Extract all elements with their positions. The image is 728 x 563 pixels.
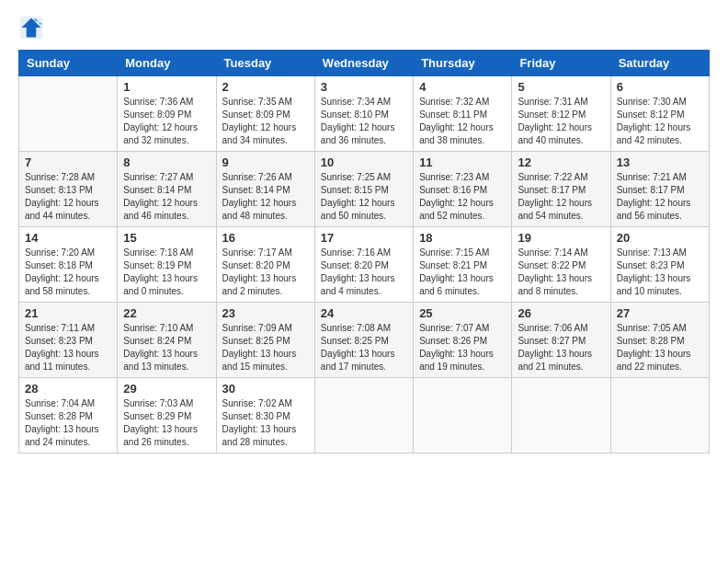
day-number: 29 — [123, 382, 210, 396]
calendar-cell: 11Sunrise: 7:23 AM Sunset: 8:16 PM Dayli… — [414, 152, 512, 227]
day-number: 1 — [123, 80, 210, 94]
day-info: Sunrise: 7:08 AM Sunset: 8:25 PM Dayligh… — [321, 322, 407, 373]
calendar-cell: 21Sunrise: 7:11 AM Sunset: 8:23 PM Dayli… — [19, 303, 118, 378]
day-info: Sunrise: 7:26 AM Sunset: 8:14 PM Dayligh… — [222, 171, 309, 223]
calendar-cell — [414, 378, 512, 454]
header — [18, 15, 710, 40]
day-info: Sunrise: 7:05 AM Sunset: 8:28 PM Dayligh… — [617, 322, 703, 373]
day-info: Sunrise: 7:28 AM Sunset: 8:13 PM Dayligh… — [25, 171, 111, 223]
day-number: 13 — [617, 155, 703, 169]
day-info: Sunrise: 7:22 AM Sunset: 8:17 PM Dayligh… — [518, 171, 604, 223]
day-info: Sunrise: 7:32 AM Sunset: 8:11 PM Dayligh… — [419, 96, 506, 147]
calendar-cell: 18Sunrise: 7:15 AM Sunset: 8:21 PM Dayli… — [414, 227, 512, 303]
day-info: Sunrise: 7:23 AM Sunset: 8:16 PM Dayligh… — [419, 171, 506, 223]
day-info: Sunrise: 7:25 AM Sunset: 8:15 PM Dayligh… — [321, 171, 407, 223]
calendar-cell: 14Sunrise: 7:20 AM Sunset: 8:18 PM Dayli… — [19, 227, 118, 303]
calendar-cell: 10Sunrise: 7:25 AM Sunset: 8:15 PM Dayli… — [314, 152, 413, 227]
day-number: 4 — [419, 80, 506, 94]
calendar-cell: 26Sunrise: 7:06 AM Sunset: 8:27 PM Dayli… — [512, 303, 610, 378]
day-info: Sunrise: 7:30 AM Sunset: 8:12 PM Dayligh… — [617, 96, 703, 147]
calendar-cell: 16Sunrise: 7:17 AM Sunset: 8:20 PM Dayli… — [216, 227, 314, 303]
calendar-cell — [610, 378, 709, 454]
day-number: 6 — [617, 80, 703, 94]
day-number: 27 — [617, 306, 703, 320]
day-number: 19 — [518, 231, 604, 245]
day-info: Sunrise: 7:02 AM Sunset: 8:30 PM Dayligh… — [222, 397, 309, 449]
day-number: 10 — [321, 155, 407, 169]
day-number: 17 — [321, 231, 407, 245]
col-header-monday: Monday — [118, 51, 216, 76]
day-number: 11 — [419, 155, 506, 169]
day-info: Sunrise: 7:34 AM Sunset: 8:10 PM Dayligh… — [321, 96, 407, 147]
day-info: Sunrise: 7:21 AM Sunset: 8:17 PM Dayligh… — [617, 171, 703, 223]
week-row-4: 28Sunrise: 7:04 AM Sunset: 8:28 PM Dayli… — [19, 378, 710, 454]
calendar-cell: 19Sunrise: 7:14 AM Sunset: 8:22 PM Dayli… — [512, 227, 610, 303]
day-number: 18 — [419, 231, 506, 245]
day-info: Sunrise: 7:35 AM Sunset: 8:09 PM Dayligh… — [222, 96, 309, 147]
week-row-3: 21Sunrise: 7:11 AM Sunset: 8:23 PM Dayli… — [19, 303, 710, 378]
day-info: Sunrise: 7:07 AM Sunset: 8:26 PM Dayligh… — [419, 322, 506, 373]
calendar-cell: 24Sunrise: 7:08 AM Sunset: 8:25 PM Dayli… — [314, 303, 413, 378]
day-number: 30 — [222, 382, 309, 396]
calendar-cell: 30Sunrise: 7:02 AM Sunset: 8:30 PM Dayli… — [216, 378, 314, 454]
week-row-2: 14Sunrise: 7:20 AM Sunset: 8:18 PM Dayli… — [19, 227, 710, 303]
calendar-cell: 25Sunrise: 7:07 AM Sunset: 8:26 PM Dayli… — [414, 303, 512, 378]
day-number: 12 — [518, 155, 604, 169]
calendar-cell: 23Sunrise: 7:09 AM Sunset: 8:25 PM Dayli… — [216, 303, 314, 378]
day-info: Sunrise: 7:06 AM Sunset: 8:27 PM Dayligh… — [518, 322, 604, 373]
day-info: Sunrise: 7:14 AM Sunset: 8:22 PM Dayligh… — [518, 247, 604, 298]
day-number: 24 — [321, 306, 407, 320]
day-number: 8 — [123, 155, 210, 169]
day-info: Sunrise: 7:15 AM Sunset: 8:21 PM Dayligh… — [419, 247, 506, 298]
calendar-cell: 9Sunrise: 7:26 AM Sunset: 8:14 PM Daylig… — [216, 152, 314, 227]
day-info: Sunrise: 7:09 AM Sunset: 8:25 PM Dayligh… — [222, 322, 309, 373]
calendar-cell: 7Sunrise: 7:28 AM Sunset: 8:13 PM Daylig… — [19, 152, 118, 227]
calendar-cell — [19, 76, 118, 152]
logo — [18, 15, 48, 40]
day-info: Sunrise: 7:13 AM Sunset: 8:23 PM Dayligh… — [617, 247, 703, 298]
day-number: 26 — [518, 306, 604, 320]
col-header-wednesday: Wednesday — [314, 51, 413, 76]
calendar-cell: 29Sunrise: 7:03 AM Sunset: 8:29 PM Dayli… — [118, 378, 216, 454]
col-header-friday: Friday — [512, 51, 610, 76]
calendar-cell: 5Sunrise: 7:31 AM Sunset: 8:12 PM Daylig… — [512, 76, 610, 152]
calendar-cell: 20Sunrise: 7:13 AM Sunset: 8:23 PM Dayli… — [610, 227, 709, 303]
header-row: SundayMondayTuesdayWednesdayThursdayFrid… — [19, 51, 710, 76]
day-info: Sunrise: 7:31 AM Sunset: 8:12 PM Dayligh… — [518, 96, 604, 147]
day-number: 25 — [419, 306, 506, 320]
calendar-cell — [314, 378, 413, 454]
day-info: Sunrise: 7:16 AM Sunset: 8:20 PM Dayligh… — [321, 247, 407, 298]
day-number: 9 — [222, 155, 309, 169]
day-info: Sunrise: 7:36 AM Sunset: 8:09 PM Dayligh… — [123, 96, 210, 147]
day-number: 20 — [617, 231, 703, 245]
calendar-cell: 28Sunrise: 7:04 AM Sunset: 8:28 PM Dayli… — [19, 378, 118, 454]
day-number: 16 — [222, 231, 309, 245]
col-header-saturday: Saturday — [610, 51, 709, 76]
col-header-sunday: Sunday — [19, 51, 118, 76]
calendar-cell: 2Sunrise: 7:35 AM Sunset: 8:09 PM Daylig… — [216, 76, 314, 152]
day-number: 22 — [123, 306, 210, 320]
day-number: 14 — [25, 231, 111, 245]
day-info: Sunrise: 7:27 AM Sunset: 8:14 PM Dayligh… — [123, 171, 210, 223]
day-number: 21 — [25, 306, 111, 320]
calendar-cell: 3Sunrise: 7:34 AM Sunset: 8:10 PM Daylig… — [314, 76, 413, 152]
calendar-cell: 13Sunrise: 7:21 AM Sunset: 8:17 PM Dayli… — [610, 152, 709, 227]
day-number: 28 — [25, 382, 111, 396]
day-info: Sunrise: 7:03 AM Sunset: 8:29 PM Dayligh… — [123, 397, 210, 449]
col-header-thursday: Thursday — [414, 51, 512, 76]
calendar-cell: 17Sunrise: 7:16 AM Sunset: 8:20 PM Dayli… — [314, 227, 413, 303]
day-info: Sunrise: 7:10 AM Sunset: 8:24 PM Dayligh… — [123, 322, 210, 373]
calendar-table: SundayMondayTuesdayWednesdayThursdayFrid… — [18, 50, 710, 454]
week-row-0: 1Sunrise: 7:36 AM Sunset: 8:09 PM Daylig… — [19, 76, 710, 152]
day-info: Sunrise: 7:20 AM Sunset: 8:18 PM Dayligh… — [25, 247, 111, 298]
day-number: 15 — [123, 231, 210, 245]
day-number: 5 — [518, 80, 604, 94]
day-number: 2 — [222, 80, 309, 94]
col-header-tuesday: Tuesday — [216, 51, 314, 76]
day-info: Sunrise: 7:18 AM Sunset: 8:19 PM Dayligh… — [123, 247, 210, 298]
calendar-cell: 15Sunrise: 7:18 AM Sunset: 8:19 PM Dayli… — [118, 227, 216, 303]
calendar-cell: 1Sunrise: 7:36 AM Sunset: 8:09 PM Daylig… — [118, 76, 216, 152]
day-info: Sunrise: 7:11 AM Sunset: 8:23 PM Dayligh… — [25, 322, 111, 373]
calendar-cell: 4Sunrise: 7:32 AM Sunset: 8:11 PM Daylig… — [414, 76, 512, 152]
logo-icon — [18, 15, 44, 40]
